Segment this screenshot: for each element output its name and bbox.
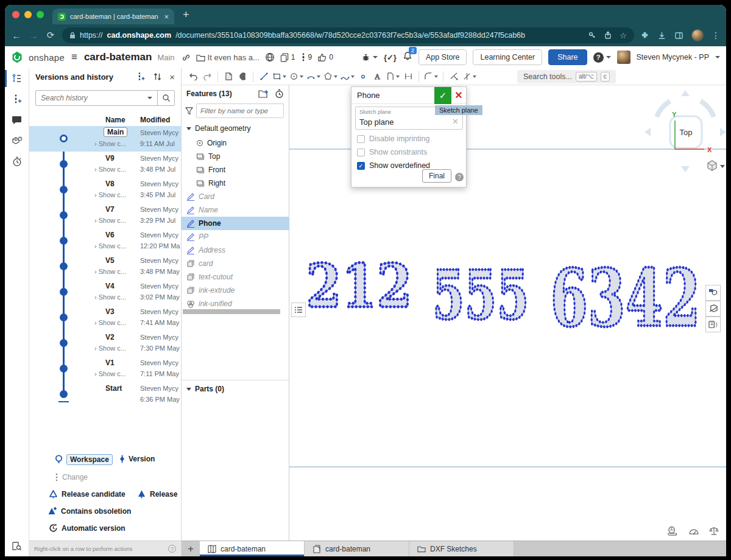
user-name[interactable]: Steven Mycynek - PP: [637, 53, 710, 61]
copies-indicator[interactable]: 1: [280, 53, 295, 62]
cancel-x-button[interactable]: ✕: [451, 87, 466, 104]
chevron-down-icon[interactable]: [186, 127, 191, 130]
sketch-list-button[interactable]: [291, 303, 306, 317]
bookmark-star-icon[interactable]: ☆: [620, 31, 627, 40]
mouse-settings-icon[interactable]: [667, 527, 679, 536]
link-icon[interactable]: [182, 53, 191, 62]
show-changes-link[interactable]: › Show c...: [94, 242, 126, 250]
create-version-icon[interactable]: [136, 72, 146, 82]
rotate-cw-arrow-icon[interactable]: [701, 101, 714, 117]
version-marker[interactable]: [60, 313, 68, 321]
feature-sketch-card[interactable]: Card: [182, 190, 289, 203]
version-marker[interactable]: [60, 237, 68, 245]
trim-tool-button[interactable]: [447, 69, 461, 84]
comments-rail-button[interactable]: [5, 110, 29, 130]
dialog-help-icon[interactable]: ?: [455, 173, 464, 181]
view-cube[interactable]: Top Y X: [640, 85, 726, 177]
search-filter-dropdown-icon[interactable]: [147, 97, 152, 99]
version-row[interactable]: V6 › Show c... Steven Mycy 12:20 PM Ma: [29, 228, 181, 254]
version-marker[interactable]: [60, 262, 68, 270]
checkbox-unchecked[interactable]: [357, 135, 365, 143]
help-menu[interactable]: ?: [593, 52, 611, 63]
rectangle-tool-button[interactable]: [271, 69, 288, 84]
named-views-button[interactable]: ): [705, 317, 721, 332]
text-tool-button[interactable]: A: [370, 69, 384, 84]
notifications-button[interactable]: 2: [403, 51, 412, 63]
feature-right-plane[interactable]: Right: [182, 177, 289, 190]
view-cube-face-label[interactable]: Top: [680, 128, 693, 137]
feature-extrude-ink[interactable]: ink-extrude: [182, 284, 289, 297]
tab-document[interactable]: card-bateman: [305, 541, 409, 556]
version-row-start[interactable]: Start Steven Mycy 6:36 PM May: [29, 382, 181, 407]
spline-tool-button[interactable]: [339, 69, 356, 84]
show-changes-link[interactable]: › Show c...: [94, 370, 126, 377]
rollback-clock-icon[interactable]: [275, 89, 284, 99]
confirm-check-button[interactable]: ✓: [434, 87, 451, 104]
history-rail-button[interactable]: [5, 151, 29, 172]
version-marker[interactable]: [60, 160, 68, 168]
point-tool-button[interactable]: [356, 69, 370, 84]
tab-dxf-sketches[interactable]: DXF Sketches: [409, 541, 514, 556]
show-changes-link[interactable]: › Show c...: [94, 268, 126, 275]
parts-section[interactable]: Parts (0): [182, 380, 289, 393]
insert-image-button[interactable]: [222, 69, 235, 84]
feature-origin[interactable]: Origin: [182, 136, 289, 150]
offset-tool-button[interactable]: [384, 69, 401, 84]
version-marker[interactable]: [60, 339, 68, 347]
features-scrollbar[interactable]: [183, 309, 280, 314]
redo-button[interactable]: [200, 69, 214, 84]
show-changes-link[interactable]: › Show c...: [94, 140, 126, 147]
line-tool-button[interactable]: [257, 69, 270, 84]
reload-icon[interactable]: ⟳: [45, 30, 56, 41]
app-store-button[interactable]: App Store: [418, 49, 467, 65]
version-row[interactable]: V1 › Show c... Steven Mycy 7:11 PM May: [29, 356, 181, 382]
feature-top-plane[interactable]: Top: [182, 150, 289, 163]
sketch-digits-212-points[interactable]: 212: [306, 251, 412, 321]
show-changes-link[interactable]: › Show c...: [94, 166, 126, 173]
fillet-tool-button[interactable]: [423, 69, 439, 84]
construction-tool-button[interactable]: [461, 69, 478, 84]
browser-avatar[interactable]: [691, 29, 704, 41]
chevron-down-icon[interactable]: [715, 56, 720, 58]
document-title[interactable]: card-bateman: [84, 51, 152, 63]
filter-funnel-icon[interactable]: [185, 107, 193, 115]
back-icon[interactable]: ←: [11, 30, 22, 41]
version-row[interactable]: V5 › Show c... Steven Mycy 3:48 PM May: [29, 254, 181, 279]
show-changes-link[interactable]: › Show c...: [94, 191, 126, 198]
follow-mode-rail-button[interactable]: ?: [5, 130, 29, 151]
show-constraints-option[interactable]: Show constraints: [357, 148, 427, 156]
graphics-canvas[interactable]: 212 212 555 555 6342 6342 Phone ✓ ✕: [289, 85, 726, 541]
search-history-input[interactable]: [36, 94, 147, 102]
folder-location[interactable]: It even has a...: [196, 53, 260, 62]
isolate-button[interactable]: [705, 285, 721, 301]
share-button[interactable]: Share: [548, 49, 587, 65]
rotate-ccw-arrow-icon[interactable]: [657, 101, 670, 117]
close-panel-icon[interactable]: ×: [169, 72, 175, 82]
share-page-icon[interactable]: [604, 31, 612, 40]
learning-center-button[interactable]: Learning Center: [473, 49, 542, 65]
checkbox-unchecked[interactable]: [357, 149, 365, 156]
key-icon[interactable]: [588, 31, 596, 40]
sketch-digits-6342-points[interactable]: 6342: [550, 252, 700, 344]
show-changes-link[interactable]: › Show c...: [94, 319, 126, 326]
show-overdefined-option[interactable]: ✓ Show overdefined: [357, 161, 430, 170]
version-row[interactable]: V3 › Show c... Steven Mycy 7:41 AM May: [29, 305, 181, 331]
dimension-tool-button[interactable]: [401, 69, 415, 84]
section-view-button[interactable]: [705, 301, 721, 317]
units-scale-icon[interactable]: [709, 527, 719, 536]
show-changes-link[interactable]: › Show c...: [94, 217, 126, 224]
final-button[interactable]: Final: [422, 169, 451, 183]
version-row[interactable]: V4 › Show c... Steven Mycy 3:02 PM May: [29, 279, 181, 305]
add-tab-button[interactable]: +: [182, 541, 200, 556]
feature-extrude-card[interactable]: card: [182, 257, 289, 270]
workspace-marker[interactable]: [60, 135, 68, 142]
feature-sketch-address[interactable]: Address: [182, 243, 289, 257]
help-icon[interactable]: ?: [168, 545, 176, 553]
minimize-window-button[interactable]: [24, 11, 32, 18]
version-marker[interactable]: [60, 288, 68, 296]
show-changes-link[interactable]: › Show c...: [94, 345, 126, 352]
version-marker[interactable]: [60, 211, 68, 219]
debug-menu[interactable]: [361, 53, 378, 62]
checkbox-checked[interactable]: ✓: [357, 162, 365, 170]
version-marker[interactable]: [60, 186, 68, 194]
